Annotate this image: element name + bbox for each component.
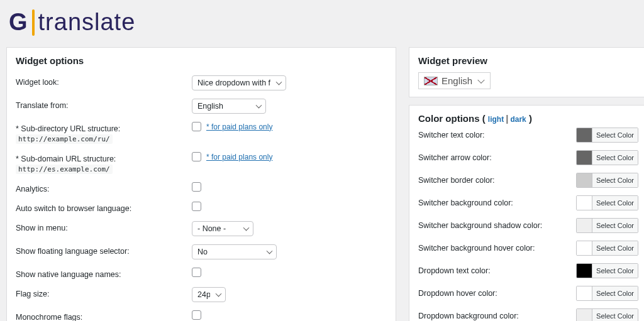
color-option-row: Switcher background hover color:Select C… — [418, 237, 638, 259]
color-option-label: Switcher border color: — [418, 176, 495, 185]
color-option-row: Switcher background color:Select Color — [418, 192, 638, 214]
color-option-label: Switcher text color: — [418, 131, 485, 139]
brand-word: translate — [38, 9, 136, 36]
brand-divider — [32, 9, 35, 36]
color-option-label: Switcher background hover color: — [418, 244, 535, 253]
color-swatch[interactable] — [577, 241, 592, 255]
color-swatch[interactable] — [577, 151, 592, 165]
analytics-checkbox[interactable] — [192, 182, 201, 192]
sub-domain-label: * Sub-domain URL structure: — [16, 155, 192, 163]
theme-light-link[interactable]: light — [488, 115, 504, 124]
widget-options-panel: Widget options Widget look: Nice dropdow… — [6, 47, 396, 321]
show-in-menu-select[interactable]: - None - — [192, 221, 253, 236]
theme-dark-link[interactable]: dark — [510, 115, 526, 124]
widget-preview-title: Widget preview — [418, 55, 638, 66]
sub-domain-checkbox[interactable] — [192, 152, 201, 161]
color-option-row: Dropdown text color:Select Color — [418, 259, 638, 282]
color-swatch[interactable] — [577, 196, 592, 210]
preview-current-language: English — [441, 75, 472, 86]
floating-selector-select[interactable]: No — [192, 244, 277, 259]
select-color-button[interactable]: Select Color — [592, 309, 638, 321]
sub-directory-example: http://example.com/ru/ — [16, 134, 113, 144]
widget-look-select[interactable]: Nice dropdown with flags — [192, 75, 286, 90]
sub-domain-example: http://es.example.com/ — [16, 165, 113, 174]
sub-directory-paid-link[interactable]: * for paid plans only — [206, 122, 272, 131]
brand-logo: G translate — [6, 6, 638, 47]
color-option-label: Dropdown hover color: — [418, 289, 497, 298]
select-color-button[interactable]: Select Color — [592, 151, 638, 165]
show-in-menu-label: Show in menu: — [16, 221, 192, 232]
select-color-button[interactable]: Select Color — [592, 128, 638, 142]
floating-selector-label: Show floating language selector: — [16, 244, 192, 256]
analytics-label: Analytics: — [16, 182, 192, 193]
select-color-button[interactable]: Select Color — [592, 264, 638, 278]
flag-icon — [424, 77, 438, 85]
color-swatch[interactable] — [577, 173, 592, 187]
widget-preview-panel: Widget preview English — [409, 47, 644, 97]
color-swatch[interactable] — [577, 264, 592, 278]
sub-directory-checkbox[interactable] — [192, 122, 201, 131]
sub-domain-paid-link[interactable]: * for paid plans only — [206, 153, 272, 161]
monochrome-flags-label: Monochrome flags: — [16, 310, 192, 321]
color-option-row: Switcher arrow color:Select Color — [418, 146, 638, 169]
flag-size-label: Flag size: — [16, 287, 192, 298]
color-option-row: Switcher border color:Select Color — [418, 169, 638, 192]
select-color-button[interactable]: Select Color — [592, 196, 638, 210]
select-color-button[interactable]: Select Color — [592, 173, 638, 187]
sub-directory-label: * Sub-directory URL structure: — [16, 124, 192, 133]
color-swatch[interactable] — [577, 309, 592, 321]
color-option-label: Dropdown background color: — [418, 312, 519, 320]
brand-g: G — [9, 9, 27, 36]
color-option-label: Dropdown text color: — [418, 266, 491, 275]
color-option-row: Dropdown background color:Select Color — [418, 305, 638, 321]
select-color-button[interactable]: Select Color — [592, 286, 638, 300]
color-option-label: Switcher arrow color: — [418, 153, 492, 162]
color-options-panel: Color options ( light|dark ) Switcher te… — [409, 105, 644, 321]
color-option-label: Switcher background color: — [418, 199, 513, 207]
translate-from-label: Translate from: — [16, 99, 192, 110]
auto-switch-checkbox[interactable] — [192, 202, 201, 211]
widget-look-label: Widget look: — [16, 75, 192, 87]
auto-switch-label: Auto switch to browser language: — [16, 202, 192, 213]
translate-from-select[interactable]: English — [192, 99, 266, 114]
select-color-button[interactable]: Select Color — [592, 241, 638, 255]
color-option-label: Switcher background shadow color: — [418, 221, 542, 230]
native-names-label: Show native language names: — [16, 268, 192, 279]
color-swatch[interactable] — [577, 286, 592, 300]
color-swatch[interactable] — [577, 128, 592, 142]
widget-options-title: Widget options — [16, 55, 387, 66]
select-color-button[interactable]: Select Color — [592, 219, 638, 232]
color-option-row: Switcher text color:Select Color — [418, 124, 638, 146]
native-names-checkbox[interactable] — [192, 268, 201, 277]
color-swatch[interactable] — [577, 219, 592, 232]
monochrome-flags-checkbox[interactable] — [192, 310, 201, 320]
flag-size-select[interactable]: 24px — [192, 287, 226, 302]
color-option-row: Dropdown hover color:Select Color — [418, 282, 638, 305]
color-option-row: Switcher background shadow color:Select … — [418, 214, 638, 237]
color-options-title: Color options ( light|dark ) — [418, 113, 638, 124]
preview-language-switcher[interactable]: English — [418, 72, 491, 89]
